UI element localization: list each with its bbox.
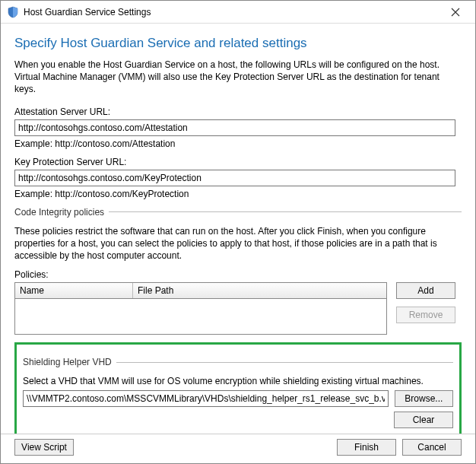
policies-label: Policies: [14,269,462,280]
attestation-input[interactable] [14,119,455,136]
policies-table: Name File Path [14,282,387,335]
close-button[interactable] [440,2,471,23]
shielding-section-label: Shielding Helper VHD [23,357,112,367]
codeintegrity-section-label: Code Integrity policies [14,207,104,218]
content-area: Specify Host Guardian Service and relate… [1,24,475,434]
titlebar: Host Guardian Service Settings [1,1,475,24]
attestation-label: Attestation Server URL: [14,106,462,117]
page-heading: Specify Host Guardian Service and relate… [14,36,462,51]
keyprotection-input[interactable] [14,170,455,186]
keyprotection-example: Example: http://contoso.com/KeyProtectio… [14,189,462,199]
shielding-section: Shielding Helper VHD [23,357,453,367]
cancel-button[interactable]: Cancel [402,439,462,456]
shielding-highlight: Shielding Helper VHD Select a VHD that V… [14,342,462,434]
remove-button: Remove [396,307,455,323]
shielding-text: Select a VHD that VMM will use for OS vo… [23,375,453,387]
codeintegrity-text: These policies restrict the software tha… [14,225,462,262]
policies-header: Name File Path [15,283,386,299]
keyprotection-label: Key Protection Server URL: [14,157,462,167]
finish-button[interactable]: Finish [337,439,396,456]
attestation-example: Example: http://contoso.com/Attestation [14,138,462,149]
shield-icon [7,6,19,18]
view-script-button[interactable]: View Script [14,439,74,456]
window-title: Host Guardian Service Settings [24,7,151,17]
dialog-window: Host Guardian Service Settings Specify H… [0,0,476,464]
shielding-path-input[interactable] [23,390,389,407]
policies-col-path[interactable]: File Path [133,283,386,298]
add-button[interactable]: Add [396,282,455,299]
footer: View Script Finish Cancel [1,434,475,463]
browse-button[interactable]: Browse... [395,390,453,407]
codeintegrity-section: Code Integrity policies [14,207,462,218]
intro-text: When you enable the Host Guardian Servic… [14,59,462,96]
clear-button[interactable]: Clear [394,412,453,428]
policies-body[interactable] [15,299,386,334]
policies-col-name[interactable]: Name [15,283,133,298]
